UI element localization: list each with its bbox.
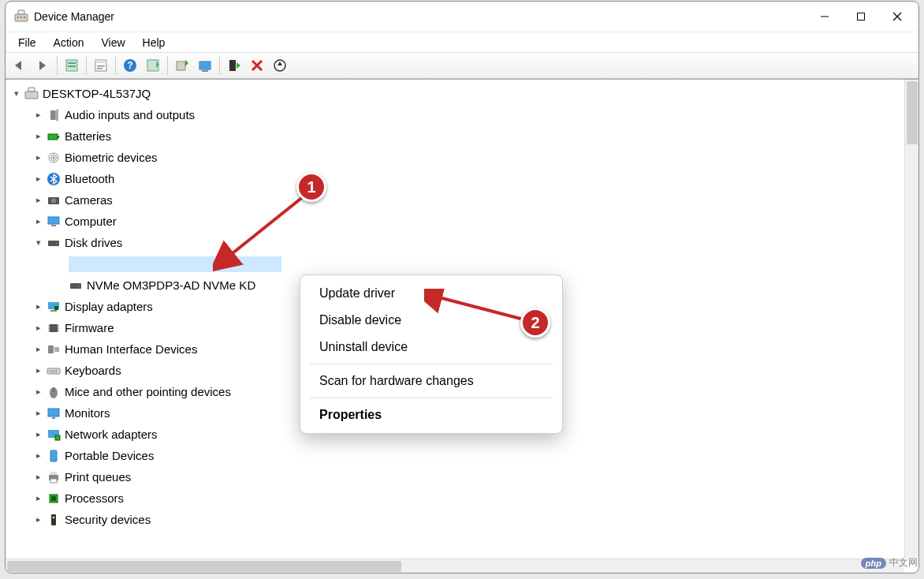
chevron-right-icon[interactable]: ▸ xyxy=(32,301,45,312)
chevron-right-icon[interactable]: ▸ xyxy=(32,110,45,120)
tree-item-bluetooth[interactable]: ▸Bluetooth xyxy=(6,168,904,189)
svg-rect-6 xyxy=(858,13,865,21)
svg-text:?: ? xyxy=(127,60,132,71)
chevron-right-icon[interactable]: ▸ xyxy=(32,216,45,226)
context-update-driver[interactable]: Update driver xyxy=(300,280,562,307)
fingerprint-icon xyxy=(45,151,62,165)
tree-root[interactable]: ▾ DESKTOP-4L537JQ xyxy=(6,83,904,104)
chevron-right-icon[interactable]: ▸ xyxy=(32,195,45,205)
svg-rect-74 xyxy=(50,450,57,461)
context-properties[interactable]: Properties xyxy=(300,402,562,428)
svg-marker-27 xyxy=(237,62,240,69)
chevron-right-icon[interactable]: ▸ xyxy=(32,152,45,162)
toolbar-help-button[interactable]: ? xyxy=(119,54,141,77)
svg-marker-9 xyxy=(15,61,21,70)
keyboard-icon xyxy=(45,364,62,378)
vertical-scroll-thumb[interactable] xyxy=(907,81,918,144)
svg-rect-15 xyxy=(95,60,106,63)
context-uninstall-device[interactable]: Uninstall device xyxy=(300,334,562,360)
svg-rect-51 xyxy=(50,310,57,312)
toolbar-back-button[interactable] xyxy=(9,54,31,77)
tree-item-security[interactable]: ▸Security devices xyxy=(6,509,904,530)
svg-rect-36 xyxy=(48,134,58,140)
svg-marker-31 xyxy=(278,62,282,65)
svg-rect-65 xyxy=(54,370,55,371)
svg-rect-26 xyxy=(229,60,236,71)
chevron-right-icon[interactable]: ▸ xyxy=(32,514,45,525)
tree-item-disk-selected[interactable] xyxy=(6,253,904,275)
tree-item-disk-drives[interactable]: ▾Disk drives xyxy=(6,232,904,253)
tree-item-computer[interactable]: ▸Computer xyxy=(6,211,904,232)
speaker-icon xyxy=(45,108,62,122)
toolbar-properties-button[interactable] xyxy=(90,54,112,77)
chevron-down-icon[interactable]: ▾ xyxy=(10,88,23,99)
selected-disk-label xyxy=(69,256,281,272)
svg-rect-34 xyxy=(50,110,55,120)
horizontal-scroll-thumb[interactable] xyxy=(7,561,401,572)
menu-action[interactable]: Action xyxy=(46,35,92,50)
horizontal-scrollbar[interactable] xyxy=(6,558,904,573)
svg-rect-79 xyxy=(51,496,56,501)
portable-icon xyxy=(45,449,62,463)
printer-icon xyxy=(45,470,62,484)
maximize-button[interactable] xyxy=(843,2,879,32)
svg-marker-10 xyxy=(39,61,46,70)
toolbar-enable-button[interactable] xyxy=(223,54,245,77)
svg-rect-44 xyxy=(48,217,59,224)
watermark-php: php xyxy=(861,558,886,569)
toolbar-update-driver-button[interactable] xyxy=(171,54,193,77)
tree-item-audio[interactable]: ▸Audio inputs and outputs xyxy=(6,104,904,125)
app-icon xyxy=(13,9,29,24)
minimize-button[interactable] xyxy=(807,2,843,32)
svg-point-47 xyxy=(56,242,58,244)
tree-item-printers[interactable]: ▸Print queues xyxy=(6,466,904,487)
chevron-right-icon[interactable]: ▸ xyxy=(32,174,45,184)
chevron-right-icon[interactable]: ▸ xyxy=(32,131,45,141)
svg-rect-32 xyxy=(25,92,38,99)
chevron-down-icon[interactable]: ▾ xyxy=(32,237,45,248)
chevron-right-icon[interactable]: ▸ xyxy=(32,450,45,461)
close-button[interactable] xyxy=(879,2,915,32)
tree-item-batteries[interactable]: ▸Batteries xyxy=(6,125,904,147)
context-disable-device[interactable]: Disable device xyxy=(300,307,562,334)
toolbar-uninstall-button[interactable] xyxy=(246,54,268,77)
chevron-right-icon[interactable]: ▸ xyxy=(32,493,45,503)
titlebar: Device Manager xyxy=(6,2,918,32)
network-icon xyxy=(45,428,62,442)
svg-rect-60 xyxy=(48,346,54,353)
chevron-right-icon[interactable]: ▸ xyxy=(32,365,45,375)
context-scan-hardware[interactable]: Scan for hardware changes xyxy=(300,368,562,394)
tree-item-portable[interactable]: ▸Portable Devices xyxy=(6,445,904,466)
svg-rect-52 xyxy=(54,306,58,310)
svg-rect-70 xyxy=(48,409,59,417)
tree-item-processors[interactable]: ▸Processors xyxy=(6,487,904,509)
tree-item-cameras[interactable]: ▸Cameras xyxy=(6,189,904,211)
svg-point-4 xyxy=(24,17,25,18)
chevron-right-icon[interactable]: ▸ xyxy=(32,429,45,439)
watermark: php 中文网 xyxy=(861,556,918,570)
chevron-right-icon[interactable]: ▸ xyxy=(32,323,45,333)
svg-rect-71 xyxy=(52,417,55,419)
chevron-right-icon[interactable]: ▸ xyxy=(32,387,45,397)
svg-rect-76 xyxy=(50,472,57,475)
menubar: File Action View Help xyxy=(6,32,918,52)
svg-rect-13 xyxy=(68,65,76,67)
svg-rect-64 xyxy=(51,370,53,371)
menu-view[interactable]: View xyxy=(93,35,132,50)
toolbar-add-legacy-button[interactable] xyxy=(194,54,216,77)
vertical-scrollbar[interactable] xyxy=(904,80,918,558)
tree-item-biometric[interactable]: ▸Biometric devices xyxy=(6,147,904,168)
toolbar-scan-button[interactable] xyxy=(142,54,164,77)
chevron-right-icon[interactable]: ▸ xyxy=(32,408,45,418)
menu-help[interactable]: Help xyxy=(135,35,173,50)
menu-file[interactable]: File xyxy=(10,35,44,50)
toolbar-forward-button[interactable] xyxy=(32,54,54,77)
svg-point-49 xyxy=(78,285,80,286)
svg-rect-80 xyxy=(51,514,56,525)
toolbar-devices-by-type-button[interactable] xyxy=(269,54,291,77)
svg-rect-16 xyxy=(97,65,105,67)
chevron-right-icon[interactable]: ▸ xyxy=(32,472,45,482)
chevron-right-icon[interactable]: ▸ xyxy=(32,344,45,354)
toolbar-show-hidden-button[interactable] xyxy=(61,54,83,77)
cpu-icon xyxy=(45,491,62,506)
